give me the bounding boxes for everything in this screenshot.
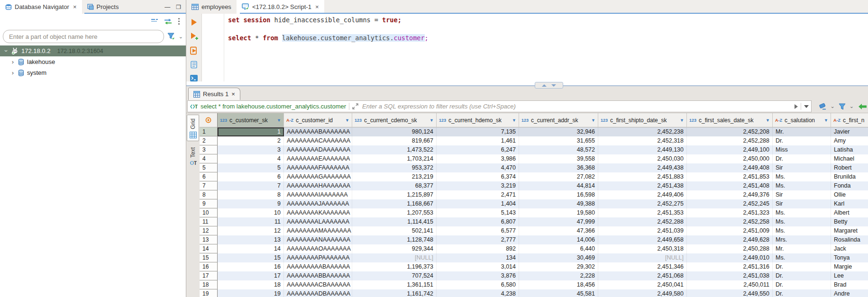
row-number[interactable]: 16 (200, 262, 218, 271)
grid-cell[interactable]: 18,456 (519, 280, 598, 289)
grid-cell[interactable]: 2,452,258 (687, 217, 773, 226)
grid-cell[interactable]: 45,581 (519, 289, 598, 297)
grid-cell[interactable]: AAAAAAAAJAAAAAAA (284, 199, 352, 208)
sort-dropdown-icon[interactable]: ▼ (343, 118, 349, 123)
grid-cell[interactable]: 31,655 (519, 136, 598, 145)
grid-cell[interactable]: AAAAAAAACAAAAAAA (284, 136, 352, 145)
grid-cell[interactable]: 2,449,130 (598, 145, 687, 154)
column-header-c_current_cdemo_sk[interactable]: 123c_current_cdemo_sk▼ (352, 113, 437, 127)
grid-cell[interactable]: 2,451,853 (687, 172, 773, 181)
grid-cell[interactable]: 14,006 (519, 235, 598, 244)
column-header-c_current_addr_sk[interactable]: 123c_current_addr_sk▼ (519, 113, 598, 127)
grid-cell[interactable]: 1,215,897 (352, 190, 437, 199)
grid-cell[interactable]: 16 (218, 262, 284, 271)
grid-cell[interactable]: 1,207,553 (352, 208, 437, 217)
grid-cell[interactable]: AAAAAAAAKAAAAAAA (284, 208, 352, 217)
chevron-collapsed-icon[interactable]: › (10, 58, 15, 65)
grid-cell[interactable]: 502,141 (352, 226, 437, 235)
grid-cell[interactable]: 16,598 (519, 190, 598, 199)
grid-cell[interactable]: AAAAAAAAEAAAAAAA (284, 154, 352, 163)
chevron-down-icon[interactable]: ⌄ (179, 34, 183, 40)
grid-cell[interactable]: 7 (218, 181, 284, 190)
splitter-collapse-handle[interactable] (535, 82, 563, 89)
column-header-c_salutation[interactable]: A-Zc_salutation▼ (773, 113, 831, 127)
grid-cell[interactable]: 1,404 (437, 199, 519, 208)
grid-cell[interactable]: 48,572 (519, 145, 598, 154)
grid-cell[interactable]: Michael (831, 154, 868, 163)
grid-cell[interactable]: 36,368 (519, 163, 598, 172)
grid-cell[interactable]: 2,449,550 (687, 289, 773, 297)
grid-cell[interactable]: 2,449,406 (598, 190, 687, 199)
chevron-expanded-icon[interactable]: › (3, 49, 10, 54)
row-number[interactable]: 5 (200, 163, 218, 172)
grid-cell[interactable]: Ms. (773, 217, 831, 226)
row-number[interactable]: 8 (200, 190, 218, 199)
filter-expression-box[interactable]: T select * from lakehouse.customer_analy… (187, 100, 812, 112)
presentation-tab-text[interactable]: Text T (187, 144, 199, 168)
grid-cell[interactable]: Sir (773, 190, 831, 199)
row-number[interactable]: 14 (200, 244, 218, 253)
search-input[interactable] (3, 30, 164, 43)
close-icon[interactable]: × (73, 3, 77, 10)
grid-cell[interactable]: 10 (218, 208, 284, 217)
grid-corner-cell[interactable] (200, 113, 218, 127)
grid-cell[interactable]: 8 (218, 190, 284, 199)
grid-cell[interactable]: 3 (218, 145, 284, 154)
grid-cell[interactable]: [NULL] (352, 253, 437, 262)
grid-cell[interactable]: Ms. (773, 226, 831, 235)
grid-cell[interactable]: Mr. (773, 127, 831, 136)
grid-cell[interactable]: 2,450,041 (598, 280, 687, 289)
grid-cell[interactable]: 2,451,346 (598, 262, 687, 271)
grid-cell[interactable]: 1,168,667 (352, 199, 437, 208)
grid-cell[interactable]: 2 (218, 136, 284, 145)
row-number[interactable]: 3 (200, 145, 218, 154)
grid-cell[interactable]: 6,374 (437, 172, 519, 181)
grid-cell[interactable]: 2,228 (519, 271, 598, 280)
grid-cell[interactable]: 980,124 (352, 127, 437, 136)
grid-cell[interactable]: AAAAAAAAPAAAAAAA (284, 253, 352, 262)
grid-cell[interactable]: 2,451,353 (598, 208, 687, 217)
grid-cell[interactable]: Sir (773, 199, 831, 208)
grid-cell[interactable]: 6 (218, 172, 284, 181)
grid-cell[interactable]: 2,451,883 (598, 172, 687, 181)
row-number[interactable]: 1 (200, 127, 218, 136)
grid-cell[interactable]: 49,388 (519, 199, 598, 208)
grid-cell[interactable]: 19 (218, 289, 284, 297)
grid-cell[interactable]: Dr. (773, 136, 831, 145)
grid-cell[interactable]: AAAAAAAADBAAAAAA (284, 289, 352, 297)
grid-cell[interactable]: 19,580 (519, 208, 598, 217)
chevron-down-icon[interactable]: ⌄ (850, 103, 854, 109)
execute-new-tab-icon[interactable] (190, 32, 198, 41)
row-number[interactable]: 13 (200, 235, 218, 244)
row-number[interactable]: 17 (200, 271, 218, 280)
grid-cell[interactable]: 2,449,376 (687, 190, 773, 199)
grid-cell[interactable]: Brad (831, 280, 868, 289)
apply-filter-icon[interactable] (795, 104, 798, 109)
grid-cell[interactable]: 13 (218, 235, 284, 244)
grid-cell[interactable]: 29,302 (519, 262, 598, 271)
grid-cell[interactable]: 3,876 (437, 271, 519, 280)
sort-dropdown-icon[interactable]: ▼ (678, 118, 684, 123)
grid-cell[interactable]: Miss (773, 145, 831, 154)
grid-cell[interactable]: Betty (831, 217, 868, 226)
grid-cell[interactable]: Margie (831, 262, 868, 271)
grid-cell[interactable]: 2,451,038 (687, 271, 773, 280)
tree-item-connection[interactable]: › 172.18.0.2 172.18.0.2:31604 (0, 45, 186, 56)
grid-cell[interactable]: AAAAAAAAFAAAAAAA (284, 163, 352, 172)
grid-cell[interactable]: 953,372 (352, 163, 437, 172)
tab-database-navigator[interactable]: Database Navigator × (0, 0, 82, 14)
grid-cell[interactable]: 929,344 (352, 244, 437, 253)
row-number[interactable]: 6 (200, 172, 218, 181)
row-number[interactable]: 10 (200, 208, 218, 217)
grid-cell[interactable]: AAAAAAAALAAAAAAA (284, 217, 352, 226)
column-header-c_customer_sk[interactable]: 123c_customer_sk▼ (218, 113, 284, 127)
editor-results-splitter[interactable] (186, 81, 868, 86)
sort-dropdown-icon[interactable]: ▼ (428, 118, 434, 123)
grid-cell[interactable]: 1 (218, 127, 284, 136)
grid-cell[interactable]: Ms. (773, 208, 831, 217)
column-header-c_customer_id[interactable]: A-Zc_customer_id▼ (284, 113, 352, 127)
grid-cell[interactable]: Brunilda (831, 172, 868, 181)
grid-cell[interactable]: 2,449,438 (598, 163, 687, 172)
grid-cell[interactable]: 134 (437, 253, 519, 262)
grid-cell[interactable]: Rosalinda (831, 235, 868, 244)
